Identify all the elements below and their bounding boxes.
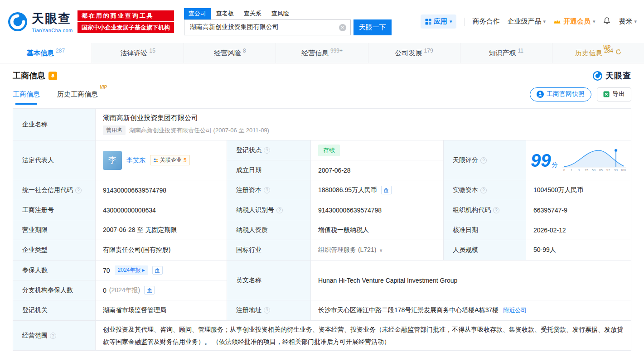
enterprise-products-label: 企业级产品: [507, 17, 541, 26]
svg-text:50: 50: [592, 169, 596, 172]
subtab-history-registration[interactable]: 历史工商信息 VIP: [57, 84, 98, 105]
annual-report-note: (2024年报): [109, 286, 140, 294]
subtab-business-registration[interactable]: 工商信息: [13, 84, 40, 105]
search-tab-risk[interactable]: 查风险: [267, 8, 294, 19]
help-icon[interactable]: ?: [50, 333, 56, 339]
search-box: ✕: [184, 19, 351, 35]
tab-business-info[interactable]: 经营信息 999+: [276, 43, 368, 63]
tianyancha-watermark: 天眼查: [592, 70, 631, 81]
annual-report-badge[interactable]: 2024年报 ▸: [115, 265, 148, 275]
svg-text:0: 0: [563, 169, 565, 172]
apps-label: 应用: [434, 17, 447, 26]
arrow-right-icon: ▸: [142, 267, 145, 273]
vip-upgrade-link[interactable]: 开通会员 ▾: [553, 17, 596, 26]
tab-intellectual-property[interactable]: 知识产权 11: [460, 43, 552, 63]
address-label: 注册地址 ?: [227, 300, 311, 321]
credit-code-label: 统一社会信用代码 ?: [13, 180, 96, 200]
approval-date-value: 2026-02-12: [526, 220, 631, 240]
help-icon[interactable]: ?: [264, 147, 270, 154]
tab-count: 179: [424, 48, 433, 54]
help-icon[interactable]: ?: [264, 307, 270, 314]
help-icon[interactable]: ?: [264, 187, 270, 193]
staff-size-label: 人员规模: [444, 240, 526, 261]
help-icon[interactable]: ?: [75, 187, 82, 193]
reg-number-value: 430000000008634: [96, 200, 227, 220]
svg-text:1: 1: [571, 169, 572, 172]
tab-company-development[interactable]: 公司发展 179: [368, 43, 460, 63]
tab-label: 法律诉讼: [121, 49, 148, 58]
tianyancha-logo[interactable]: 天眼查 TianYanCha.com: [7, 10, 73, 33]
tab-count: 287: [56, 48, 65, 54]
help-icon[interactable]: ?: [480, 157, 487, 164]
search-tabs: 查公司 查老板 查关系 查风险: [184, 8, 392, 19]
svg-text:15: 15: [585, 169, 588, 172]
help-icon[interactable]: ?: [276, 207, 283, 213]
taxpayer-quality-value: 增值税一般纳税人: [311, 220, 444, 240]
search-tab-relation[interactable]: 查关系: [239, 8, 266, 19]
branch-insured-label: 分支机构参保人数: [13, 280, 96, 300]
clear-search-icon[interactable]: ✕: [339, 24, 346, 31]
main-content: 工商信息 天眼查 工商信息 历史工商信息 VIP: [0, 70, 644, 351]
related-companies-badge[interactable]: 关联企业 5: [150, 155, 190, 165]
search-tab-company[interactable]: 查公司: [184, 8, 211, 19]
address-value: 长沙市天心区湘江中路二段178号汇景发展商务中心塔楼A栋37楼 附近公司: [311, 300, 631, 321]
search-tab-boss[interactable]: 查老板: [212, 8, 238, 19]
tianyancha-logo-icon: [592, 71, 603, 81]
page-title: 工商信息: [13, 70, 45, 81]
notification-bell-icon[interactable]: [603, 17, 611, 26]
related-icon: [153, 158, 158, 163]
business-scope-value: 创业投资及其代理、咨询、顾问、管理服务；从事创业投资相关的衍生业务、资本经营、投…: [96, 321, 631, 351]
search-input[interactable]: [184, 20, 350, 35]
apps-menu[interactable]: 应用 ▾: [421, 14, 457, 29]
refresh-icon: [615, 49, 621, 55]
help-icon[interactable]: ?: [493, 207, 499, 213]
tab-basic-info[interactable]: 基本信息 287: [0, 43, 92, 63]
help-icon[interactable]: ?: [480, 187, 487, 193]
tab-label: 经营风险: [214, 49, 241, 58]
related-count: 5: [184, 157, 187, 164]
tab-label: 经营信息: [301, 49, 329, 58]
vip-upgrade-label: 开通会员: [563, 17, 591, 26]
official-snapshot-button[interactable]: 工商官网快照: [530, 87, 591, 101]
reg-status-value: 存续: [311, 140, 444, 160]
business-term-value: 2007-06-28 至 无固定期限: [96, 220, 227, 240]
header-right-menu: 应用 ▾ 商务合作 企业级产品 ▾ 开通会员 ▾ 费米 ▾: [421, 14, 637, 29]
official-source-icon[interactable]: [144, 286, 155, 294]
official-source-icon[interactable]: [152, 266, 163, 275]
insured-count-label: 参保人数: [13, 261, 96, 280]
org-code-label: 组织机构代码 ?: [444, 200, 526, 220]
export-button[interactable]: 导出: [597, 87, 631, 101]
tab-legal-litigation[interactable]: 法律诉讼 15: [92, 43, 184, 63]
link-enterprise-products[interactable]: 企业级产品 ▾: [507, 17, 546, 26]
score-label: 天眼评分 ?: [444, 140, 526, 180]
expand-icon[interactable]: ∨: [379, 247, 383, 253]
export-label: 导出: [612, 90, 625, 98]
promo-line2: 国家中小企业发展子基金旗下机构: [77, 22, 174, 33]
business-info-table: 企业名称 湖南高新创业投资集团有限公司 曾用名 湖南高新创业投资有限责任公司 (…: [13, 108, 631, 351]
insured-count-value: 70 2024年报 ▸: [96, 261, 227, 280]
tab-count: 15: [150, 48, 155, 54]
tab-count: 999+: [330, 48, 343, 54]
business-cooperation-label: 商务合作: [472, 17, 499, 26]
subscribe-bell-icon[interactable]: [48, 72, 57, 80]
divider: [464, 18, 465, 26]
crown-icon: [553, 19, 561, 24]
tab-count: 8: [243, 48, 246, 54]
staff-size-value: 50-99人: [526, 240, 631, 261]
nearby-companies-link[interactable]: 附近公司: [503, 306, 527, 314]
reg-capital-value: 1880086.95万人民币: [311, 180, 444, 200]
link-business-cooperation[interactable]: 商务合作: [472, 17, 499, 26]
official-source-icon[interactable]: [381, 186, 392, 194]
legal-rep-avatar[interactable]: 李: [103, 151, 122, 170]
legal-rep-link[interactable]: 李艾东: [126, 156, 145, 164]
company-name-value: 湖南高新创业投资集团有限公司 曾用名 湖南高新创业投资有限责任公司 (2007-…: [96, 109, 631, 140]
score-chart[interactable]: 0 1 3 15 50 85 97 99 100: [562, 147, 626, 174]
reg-status-label: 登记状态 ?: [227, 140, 311, 160]
english-name-label: 英文名称: [227, 261, 311, 300]
user-menu[interactable]: 费米 ▾: [619, 17, 637, 26]
tab-operation-risk[interactable]: 经营风险 8: [184, 43, 276, 63]
taxpayer-id-value: 914300006639574798: [311, 200, 444, 220]
tab-history-info[interactable]: VIP 历史信息 284: [552, 43, 644, 63]
vip-badge: VIP: [100, 85, 107, 90]
search-button[interactable]: 天眼一下: [353, 19, 392, 35]
